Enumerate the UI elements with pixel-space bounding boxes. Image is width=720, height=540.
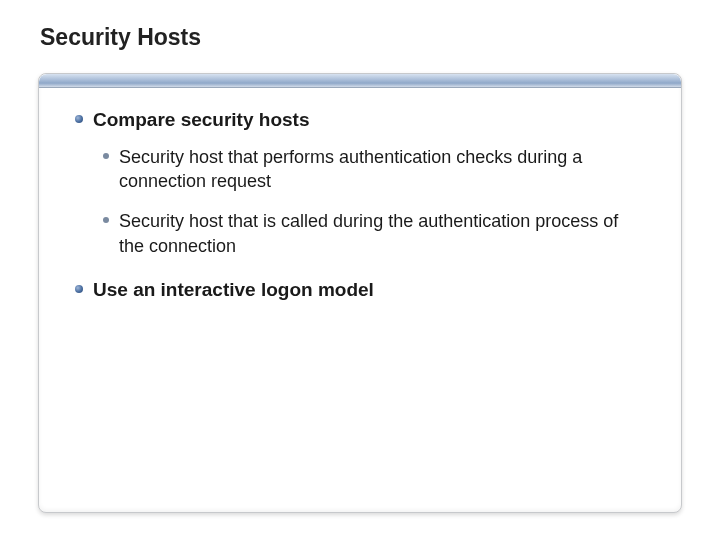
bullet-icon (75, 285, 83, 293)
sub-list-item: Security host that is called during the … (103, 209, 643, 258)
slide-title: Security Hosts (40, 24, 682, 51)
list-item-label: Use an interactive logon model (93, 278, 374, 303)
panel-body: Compare security hosts Security host tha… (39, 88, 681, 335)
sub-list-item-label: Security host that is called during the … (119, 209, 643, 258)
slide: Security Hosts Compare security hosts Se… (0, 0, 720, 540)
list-item: Compare security hosts (75, 108, 651, 133)
sub-bullet-icon (103, 153, 109, 159)
sub-bullet-icon (103, 217, 109, 223)
panel-header-bar (39, 74, 681, 88)
sub-list-item: Security host that performs authenticati… (103, 145, 643, 194)
sub-list-item-label: Security host that performs authenticati… (119, 145, 643, 194)
bullet-icon (75, 115, 83, 123)
content-panel: Compare security hosts Security host tha… (38, 73, 682, 513)
list-item: Use an interactive logon model (75, 278, 651, 303)
list-item-label: Compare security hosts (93, 108, 309, 133)
